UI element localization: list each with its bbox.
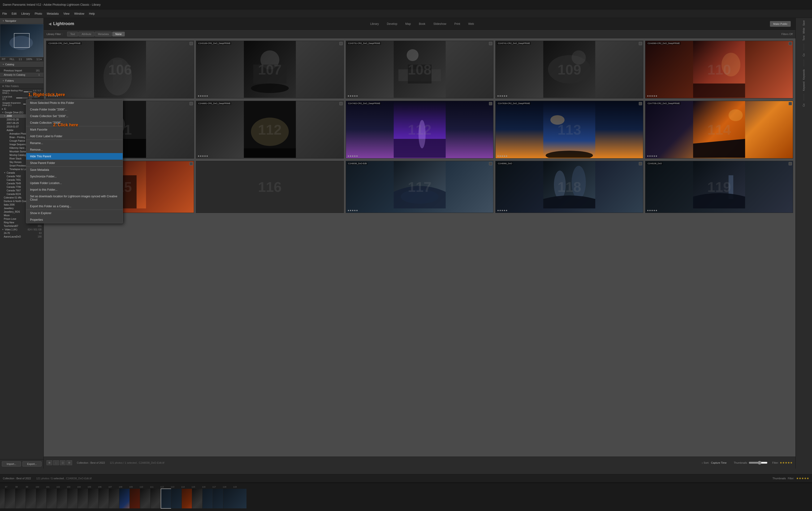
context-menu-save-metadata[interactable]: Save Metadata bbox=[26, 166, 123, 173]
photo-name-1-2: C2A5169-CR2_DxO_DeepPRIME bbox=[198, 42, 231, 45]
photo-cell-2-4[interactable]: 113 C2A7639-CR2_DxO_DeepPRIME ★★★★★ bbox=[495, 101, 643, 159]
export-button[interactable]: Export... bbox=[23, 461, 41, 466]
photo-cell-3-3[interactable]: 117 C2A8038_DxO-Edit ★★★★★ bbox=[346, 161, 494, 213]
context-menu-properties[interactable]: Properties bbox=[26, 216, 123, 223]
photo-cell-3-5[interactable]: 119 C2A8108_DxO ★★★★★ bbox=[645, 161, 793, 213]
filmstrip-inner: 97 98 99 100 101 102 103 104 bbox=[1, 484, 240, 510]
catalog-title: Catalog bbox=[5, 63, 14, 66]
folder-2008-icon bbox=[4, 115, 6, 117]
right-panel-divider-3 bbox=[804, 94, 804, 101]
context-menu-move[interactable]: Move Selected Photo to this Folder bbox=[26, 100, 123, 106]
filmstrip-thumb-119[interactable] bbox=[223, 488, 247, 509]
context-menu-remove[interactable]: Remove... bbox=[26, 146, 123, 153]
catalog-section-header[interactable]: Catalog bbox=[0, 61, 44, 68]
photo-cell-2-3[interactable]: 112 C2A7402-CR2_DxO_DeepPRIME ★★★★★ bbox=[346, 101, 494, 159]
photo-stars-2-4: ★★★★★ bbox=[497, 155, 508, 157]
filter-tab-metadata[interactable]: Metadata bbox=[95, 32, 112, 36]
catalog-item-previous-import[interactable]: Previous Import 181 bbox=[0, 69, 44, 73]
context-menu-create-collection-set[interactable]: Create Collection Set "2008"... bbox=[26, 113, 123, 119]
menu-window[interactable]: Window bbox=[74, 12, 84, 16]
photo-badge-2-5 bbox=[789, 102, 792, 105]
survey-view-button[interactable]: ⊟ bbox=[66, 460, 72, 465]
photo-stars-2-5: ★★★★★ bbox=[647, 155, 658, 157]
photo-cell-1-3[interactable]: 108 C2A5731-CR2_DxO_DeepPRIME ★★★★★ bbox=[346, 41, 494, 99]
nav-fit[interactable]: FIT bbox=[2, 58, 5, 60]
filter-folders-btn[interactable]: ▼ Filter Folders bbox=[0, 84, 44, 89]
context-menu-create-collection[interactable]: Create Collection "2008"... bbox=[26, 119, 123, 126]
photo-image-1-4 bbox=[496, 41, 643, 98]
folder-video-h[interactable]: Video 1 (H:) 824 / 931 GB bbox=[0, 228, 44, 232]
context-menu-hide-this-parent[interactable]: Hide This Parent bbox=[26, 153, 123, 160]
nav-100[interactable]: 100% bbox=[26, 58, 32, 60]
folders-section-header[interactable]: Folders bbox=[0, 78, 44, 84]
folder-tourireland[interactable]: TourIreland07 331 bbox=[0, 224, 44, 228]
folder-google-drive-icon bbox=[2, 111, 4, 113]
module-tab-map[interactable]: Map bbox=[402, 21, 414, 27]
navigator-image bbox=[0, 24, 44, 57]
folder-e-drive-icon bbox=[2, 108, 3, 110]
menu-metadata[interactable]: Metadata bbox=[47, 12, 59, 16]
context-menu-add-color-label[interactable]: Add Color Label to Folder bbox=[26, 133, 123, 140]
filter-tab-text[interactable]: Text bbox=[67, 32, 78, 36]
context-menu-synchronize[interactable]: Synchronize Folder... bbox=[26, 173, 123, 180]
navigator-section-header[interactable]: Navigator bbox=[0, 18, 44, 24]
context-menu-create-folder-inside[interactable]: Create Folder Inside "2008"... bbox=[26, 106, 123, 113]
menu-edit[interactable]: Edit bbox=[11, 12, 17, 16]
right-panel-keywords-label: Keywords bbox=[803, 69, 805, 80]
drive-seagate-backup[interactable]: Seagate Backup Plus Drive (... 6.8 / 5.5… bbox=[0, 89, 44, 95]
photo-cell-1-5[interactable]: 110 C2A6360-CR2_DxO_DeepPRIME ★★★★★ bbox=[645, 41, 793, 99]
right-panel-white-label: White bbox=[803, 28, 805, 34]
context-menu-import-to-folder[interactable]: Import to this Folder... bbox=[26, 186, 123, 193]
context-menu-export-catalog[interactable]: Export this Folder as a Catalog... bbox=[26, 203, 123, 210]
module-tab-book[interactable]: Book bbox=[415, 21, 429, 27]
nav-1-1[interactable]: 1:1 bbox=[19, 58, 22, 60]
photo-cell-1-4[interactable]: 109 C2A5741-CR2_DxO_DeepPRIME ★★★★★ bbox=[495, 41, 643, 99]
context-menu-show-parent[interactable]: Show Parent Folder bbox=[26, 160, 123, 166]
photo-cell-1-2[interactable]: 107 C2A5169-CR2_DxO_DeepPRIME ★★★★★ bbox=[196, 41, 344, 99]
titlebar: Darren Panoramic Ireland V12 - Adobe Pho… bbox=[0, 0, 812, 9]
module-tab-library[interactable]: Library bbox=[366, 21, 383, 27]
nav-fill[interactable]: FILL bbox=[10, 58, 14, 60]
nav-zoom[interactable]: 1:1 ▾ bbox=[36, 58, 41, 60]
photo-cell-3-4[interactable]: 118 C2A8066_DxO ★★★★★ bbox=[495, 161, 643, 213]
photo-badge-2-4 bbox=[639, 102, 642, 105]
compare-view-button[interactable]: ◫ bbox=[60, 460, 65, 465]
module-tab-develop[interactable]: Develop bbox=[383, 21, 401, 27]
filter-tab-attribute[interactable]: Attribute bbox=[79, 32, 94, 36]
photo-cell-2-2[interactable]: 112 C2A6681-CR2_DxO_DeepPRIME ★★★★★ bbox=[196, 101, 344, 159]
photo-name-2-3: C2A7402-CR2_DxO_DeepPRIME bbox=[347, 102, 381, 105]
status-bar: Collection : Best of 2022 121 photos / 1… bbox=[0, 474, 812, 483]
context-menu-show-explorer[interactable]: Show in Explorer bbox=[26, 210, 123, 216]
grid-view-button[interactable]: ⊞ bbox=[47, 460, 52, 465]
context-menu-set-downloads[interactable]: Set as downloads location for Lightroom … bbox=[26, 193, 123, 203]
folder-aaronlaura[interactable]: AaronLauraDxO 190 bbox=[0, 235, 44, 239]
module-tab-web[interactable]: Web bbox=[464, 21, 477, 27]
menu-library[interactable]: Library bbox=[21, 12, 30, 16]
context-menu-mark-favorite[interactable]: Mark Favorite bbox=[26, 126, 123, 133]
menu-photo[interactable]: Photo bbox=[35, 12, 42, 16]
right-panel-keyword-label: Keyword bbox=[803, 82, 805, 91]
menu-file[interactable]: File bbox=[2, 12, 7, 16]
catalog-item-already-in-catalog[interactable]: Already In Catalog 1 bbox=[0, 73, 44, 77]
module-tab-print[interactable]: Print bbox=[451, 21, 464, 27]
loupe-view-button[interactable]: ⬚ bbox=[53, 460, 59, 465]
menu-help[interactable]: Help bbox=[89, 12, 95, 16]
module-tab-slideshow[interactable]: Slideshow bbox=[430, 21, 450, 27]
folder-24-70[interactable]: 24-70 63 bbox=[0, 232, 44, 235]
photo-cell-3-2[interactable]: 116 bbox=[196, 161, 344, 213]
photo-cell-2-5[interactable]: 114 C2A7705-CR2_DxO_DeepPRIME ★★★★★ bbox=[645, 101, 793, 159]
title-text: Darren Panoramic Ireland V12 - Adobe Pho… bbox=[3, 3, 101, 6]
navigator-toggle-icon bbox=[2, 20, 4, 22]
menu-view[interactable]: View bbox=[63, 12, 69, 16]
context-menu-update-location[interactable]: Update Folder Location... bbox=[26, 180, 123, 186]
filter-tab-none[interactable]: None bbox=[112, 32, 124, 36]
context-menu-rename[interactable]: Rename... bbox=[26, 140, 123, 146]
import-button[interactable]: Import... bbox=[2, 461, 21, 466]
thumbnail-size-slider[interactable] bbox=[749, 461, 767, 465]
sort-label: ↕ Sort: bbox=[702, 461, 709, 464]
photo-cell-1-1[interactable]: 106 C2A5028-CR2_DxO_DeepPRIME ★★★★★ bbox=[46, 41, 194, 99]
filmstrip-num-119: 119 bbox=[230, 486, 240, 509]
make-public-button[interactable]: Make Public bbox=[770, 21, 791, 27]
right-panel-divider bbox=[804, 44, 804, 51]
photo-stars-1-2: ★★★★★ bbox=[198, 95, 208, 97]
